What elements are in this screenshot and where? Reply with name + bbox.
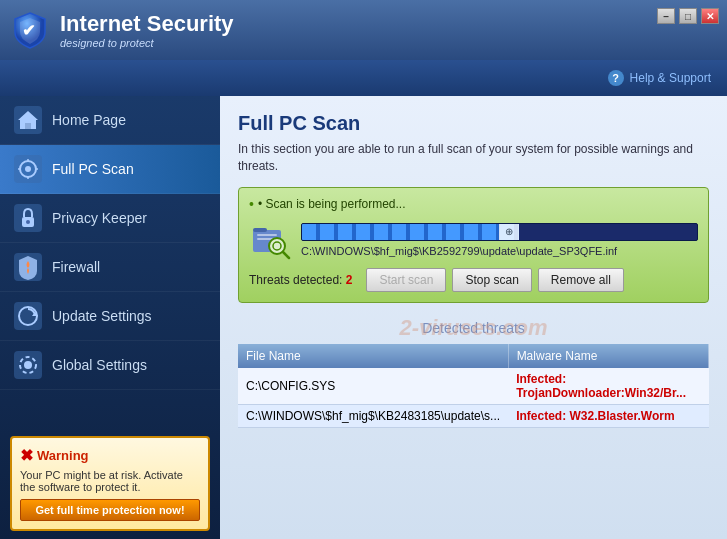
threats-detected-label: Threats detected: 2 <box>249 273 352 287</box>
col-malware: Malware Name <box>508 344 708 368</box>
threats-table-body: C:\CONFIG.SYSInfected: TrojanDownloader:… <box>238 368 709 428</box>
app-title: Internet Security <box>60 11 234 37</box>
cell-malware: Infected: TrojanDownloader:Win32/Br... <box>508 368 708 405</box>
sidebar-label-firewall: Firewall <box>52 259 100 275</box>
svg-point-13 <box>26 220 30 224</box>
sidebar-item-global[interactable]: Global Settings <box>0 341 220 390</box>
protection-button[interactable]: Get full time protection now! <box>20 499 200 521</box>
cell-filename: C:\WINDOWS\$hf_mig$\KB2483185\update\s..… <box>238 404 508 427</box>
scan-progress-area: ⊕ C:\WINDOWS\$hf_mig$\KB2592799\update\u… <box>301 223 698 257</box>
svg-rect-23 <box>253 228 267 232</box>
home-icon <box>14 106 42 134</box>
sidebar-label-global: Global Settings <box>52 357 147 373</box>
main-layout: Home Page Full PC Scan Privacy Keeper <box>0 96 727 539</box>
warning-title: ✖ Warning <box>20 446 200 465</box>
sidebar-item-update[interactable]: Update Settings <box>0 292 220 341</box>
cell-filename: C:\CONFIG.SYS <box>238 368 508 405</box>
progress-cursor: ⊕ <box>499 224 519 240</box>
sidebar-item-privacy[interactable]: Privacy Keeper <box>0 194 220 243</box>
cell-malware: Infected: W32.Blaster.Worm <box>508 404 708 427</box>
settings-icon <box>14 351 42 379</box>
sidebar-item-home[interactable]: Home Page <box>0 96 220 145</box>
minimize-button[interactable]: – <box>657 8 675 24</box>
helpbar: ? Help & Support <box>0 60 727 96</box>
sidebar-item-firewall[interactable]: Firewall <box>0 243 220 292</box>
progress-bar-fill: ⊕ <box>302 224 519 240</box>
scan-buttons-row: Threats detected: 2 Start scan Stop scan… <box>249 268 698 292</box>
scan-file-path: C:\WINDOWS\$hf_mig$\KB2592799\update\upd… <box>301 245 698 257</box>
help-label: Help & Support <box>630 71 711 85</box>
content-area: Full PC Scan In this section you are abl… <box>220 96 727 539</box>
scan-status-box: • • Scan is being performed... <box>238 187 709 303</box>
page-description: In this section you are able to run a fu… <box>238 141 709 175</box>
table-row: C:\WINDOWS\$hf_mig$\KB2483185\update\s..… <box>238 404 709 427</box>
close-button[interactable]: ✕ <box>701 8 719 24</box>
threats-count: 2 <box>346 273 353 287</box>
window-controls: – □ ✕ <box>657 8 719 24</box>
stop-scan-button[interactable]: Stop scan <box>452 268 531 292</box>
privacy-icon <box>14 204 42 232</box>
scan-bullet: • <box>249 196 254 212</box>
col-filename: File Name <box>238 344 508 368</box>
scan-info-row: ⊕ C:\WINDOWS\$hf_mig$\KB2592799\update\u… <box>249 218 698 262</box>
svg-rect-3 <box>25 123 31 129</box>
table-row: C:\CONFIG.SYSInfected: TrojanDownloader:… <box>238 368 709 405</box>
progress-bar: ⊕ <box>301 223 698 241</box>
threats-table: File Name Malware Name C:\CONFIG.SYSInfe… <box>238 344 709 428</box>
page-title: Full PC Scan <box>238 112 709 135</box>
start-scan-button[interactable]: Start scan <box>366 268 446 292</box>
table-header-row: File Name Malware Name <box>238 344 709 368</box>
warning-text: Your PC might be at risk. Activate the s… <box>20 469 200 493</box>
svg-rect-24 <box>257 234 277 236</box>
update-icon <box>14 302 42 330</box>
sidebar-item-fullscan[interactable]: Full PC Scan <box>0 145 220 194</box>
watermark-text: 2-viruses.com <box>400 315 548 341</box>
firewall-icon <box>14 253 42 281</box>
titlebar-text: Internet Security designed to protect <box>60 11 234 49</box>
scan-icon <box>14 155 42 183</box>
app-subtitle: designed to protect <box>60 37 234 49</box>
detected-threats-watermark: Detected threats 2-viruses.com <box>238 315 709 338</box>
app-logo-icon: ✔ <box>10 10 50 50</box>
sidebar: Home Page Full PC Scan Privacy Keeper <box>0 96 220 539</box>
help-support-link[interactable]: ? Help & Support <box>608 70 711 86</box>
svg-point-6 <box>25 166 31 172</box>
svg-text:✔: ✔ <box>22 22 35 39</box>
remove-all-button[interactable]: Remove all <box>538 268 624 292</box>
svg-point-19 <box>24 361 32 369</box>
warning-icon: ✖ <box>20 446 33 465</box>
sidebar-label-home: Home Page <box>52 112 126 128</box>
titlebar: ✔ Internet Security designed to protect … <box>0 0 727 60</box>
sidebar-label-privacy: Privacy Keeper <box>52 210 147 226</box>
help-icon: ? <box>608 70 624 86</box>
scanning-file-icon <box>249 218 293 262</box>
scan-status-text: • • Scan is being performed... <box>249 196 698 212</box>
sidebar-label-fullscan: Full PC Scan <box>52 161 134 177</box>
maximize-button[interactable]: □ <box>679 8 697 24</box>
warning-box: ✖ Warning Your PC might be at risk. Acti… <box>10 436 210 531</box>
sidebar-label-update: Update Settings <box>52 308 152 324</box>
